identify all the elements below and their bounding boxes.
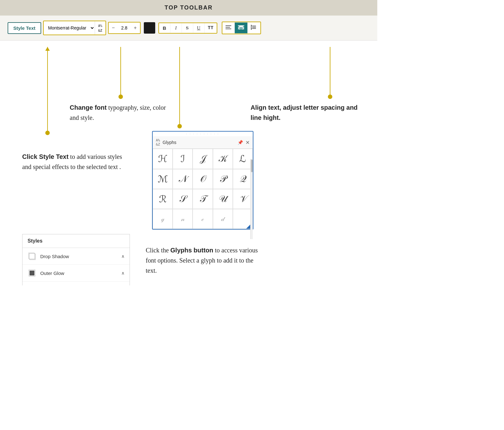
glyph-cell[interactable]: 𝒸 bbox=[193, 209, 213, 229]
align-center-button[interactable] bbox=[235, 23, 248, 33]
outer-glow-label: Outer Glow bbox=[40, 270, 121, 276]
glyph-cell[interactable]: ℒ bbox=[233, 149, 253, 169]
glyph-cell[interactable]: ℐ bbox=[173, 149, 193, 169]
outer-glow-icon bbox=[28, 269, 36, 277]
svg-rect-6 bbox=[238, 27, 244, 28]
right-annotation-line bbox=[330, 47, 330, 96]
left-annotation-arrow-up bbox=[45, 47, 50, 51]
font-size-increase-button[interactable]: + bbox=[131, 23, 140, 33]
main-content: Change font typography, size, color and … bbox=[0, 41, 377, 244]
glyphs-header-icon: A%&Z bbox=[156, 138, 160, 147]
glyph-cell[interactable]: 𝒪 bbox=[193, 169, 213, 189]
font-description: Change font typography, size, color and … bbox=[70, 102, 171, 123]
style-text-heading: Click Style Text bbox=[22, 153, 68, 160]
align-description: Align text, adjust letter spacing and li… bbox=[251, 102, 358, 123]
italic-button[interactable]: I bbox=[170, 23, 182, 33]
glyph-cell[interactable]: ℛ bbox=[153, 189, 173, 209]
glyphs-close-button[interactable]: ✕ bbox=[246, 140, 250, 146]
svg-rect-7 bbox=[238, 29, 244, 29]
drop-shadow-label: Drop Shadow bbox=[40, 254, 121, 259]
glyph-cell[interactable]: 𝒰 bbox=[213, 189, 233, 209]
left-annotation-dot bbox=[45, 131, 50, 135]
svg-rect-5 bbox=[238, 25, 244, 26]
font-selector-group: Montserrat-Regular A%&Z bbox=[43, 21, 106, 35]
glyph-cell[interactable]: 𝒩 bbox=[173, 169, 193, 189]
glyphs-panel: · · · · · · · · · · A%&Z Glyphs 📌 ✕ ℋ ℐ … bbox=[152, 131, 253, 230]
glyphs-pin-button[interactable]: 📌 bbox=[238, 140, 243, 145]
strikethrough-button[interactable]: S bbox=[182, 23, 193, 33]
align-left-button[interactable] bbox=[222, 23, 235, 33]
style-row-drop-shadow[interactable]: Drop Shadow ∧ bbox=[22, 248, 130, 265]
svg-rect-2 bbox=[226, 29, 231, 29]
underline-button[interactable]: U bbox=[193, 23, 205, 33]
right-annotation-dot bbox=[328, 94, 332, 99]
glyphs-description: Click the Glyphs button to access variou… bbox=[146, 245, 260, 276]
style-text-button[interactable]: Style Text bbox=[8, 22, 41, 34]
glyph-cell[interactable]: 𝓃 bbox=[173, 209, 193, 229]
svg-rect-0 bbox=[226, 25, 231, 26]
font-desc-heading: Change font bbox=[70, 104, 107, 111]
drop-shadow-icon bbox=[28, 252, 36, 261]
glyph-cell[interactable]: ℋ bbox=[153, 149, 173, 169]
style-row-stroke[interactable]: Stroke ∧ bbox=[22, 282, 130, 285]
glyph-cell[interactable]: 𝒹 bbox=[213, 209, 233, 229]
mid-annotation-dot bbox=[118, 94, 123, 99]
svg-rect-17 bbox=[29, 253, 35, 259]
glyph-cell[interactable]: 𝒦 bbox=[213, 149, 233, 169]
glyphs-panel-drag-handle[interactable]: · · · · · · · · · · bbox=[153, 132, 253, 136]
glyph-cell[interactable]: 𝒮 bbox=[173, 189, 193, 209]
align-desc-text: Align text, adjust letter spacing and li… bbox=[251, 104, 358, 121]
glyph-cell[interactable]: ℳ bbox=[153, 169, 173, 189]
font-size-input[interactable] bbox=[118, 23, 131, 33]
align-group bbox=[222, 22, 261, 34]
styles-panel-header: Styles bbox=[22, 234, 130, 248]
svg-rect-20 bbox=[30, 271, 34, 275]
outer-glow-chevron: ∧ bbox=[121, 270, 124, 276]
top-banner: TOP TOOLBAR bbox=[0, 0, 377, 16]
glyph-cell[interactable]: 𝒥 bbox=[193, 149, 213, 169]
glyph-cell[interactable]: 𝒫 bbox=[213, 169, 233, 189]
center-annotation-line bbox=[179, 47, 180, 126]
svg-rect-1 bbox=[226, 27, 230, 28]
glyphs-grid: ℋ ℐ 𝒥 𝒦 ℒ ℳ 𝒩 𝒪 𝒫 𝒬 ℛ 𝒮 𝒯 𝒰 𝒱 ℊ bbox=[153, 149, 253, 229]
glyphs-scrollbar[interactable] bbox=[250, 159, 253, 239]
annotations-area: Change font typography, size, color and … bbox=[13, 47, 365, 237]
glyph-cell[interactable]: 𝒱 bbox=[233, 189, 253, 209]
svg-rect-8 bbox=[239, 26, 244, 27]
glyph-cell[interactable]: 𝒬 bbox=[233, 169, 253, 189]
mid-annotation-line bbox=[120, 47, 121, 96]
align-line-height-button[interactable] bbox=[248, 22, 260, 34]
bold-button[interactable]: B bbox=[159, 23, 170, 33]
glyphs-header: A%&Z Glyphs 📌 ✕ bbox=[153, 136, 253, 149]
banner-title: TOP TOOLBAR bbox=[164, 4, 213, 11]
glyph-cell[interactable]: ℊ bbox=[153, 209, 173, 229]
glyphs-desc-bold: Glyphs button bbox=[170, 247, 214, 254]
style-text-description: Click Style Text to add various styles a… bbox=[22, 152, 130, 172]
font-color-button[interactable] bbox=[144, 22, 155, 34]
left-annotation-line bbox=[47, 47, 48, 133]
tt-button[interactable]: TT bbox=[205, 23, 217, 33]
svg-rect-11 bbox=[252, 28, 256, 29]
glyphs-scrollbar-thumb[interactable] bbox=[251, 160, 253, 172]
style-row-outer-glow[interactable]: Outer Glow ∧ bbox=[22, 265, 130, 282]
format-group: B I S U TT bbox=[158, 23, 217, 34]
glyphs-desc-start: Click the bbox=[146, 247, 170, 254]
glyph-cell[interactable] bbox=[233, 209, 253, 229]
font-size-decrease-button[interactable]: − bbox=[109, 23, 118, 33]
glyph-cell[interactable]: 𝒯 bbox=[193, 189, 213, 209]
svg-rect-10 bbox=[252, 27, 256, 28]
drop-shadow-chevron: ∧ bbox=[121, 254, 124, 259]
toolbar: Style Text Montserrat-Regular A%&Z − + B… bbox=[0, 16, 377, 41]
glyph-panel-button[interactable]: A%&Z bbox=[95, 21, 105, 35]
font-size-group: − + bbox=[108, 22, 141, 34]
styles-panel: Styles Drop Shadow ∧ bbox=[22, 234, 130, 285]
glyphs-title: Glyphs bbox=[163, 140, 238, 145]
svg-rect-9 bbox=[252, 26, 256, 26]
center-annotation-dot bbox=[177, 124, 182, 128]
font-selector[interactable]: Montserrat-Regular bbox=[44, 23, 95, 33]
